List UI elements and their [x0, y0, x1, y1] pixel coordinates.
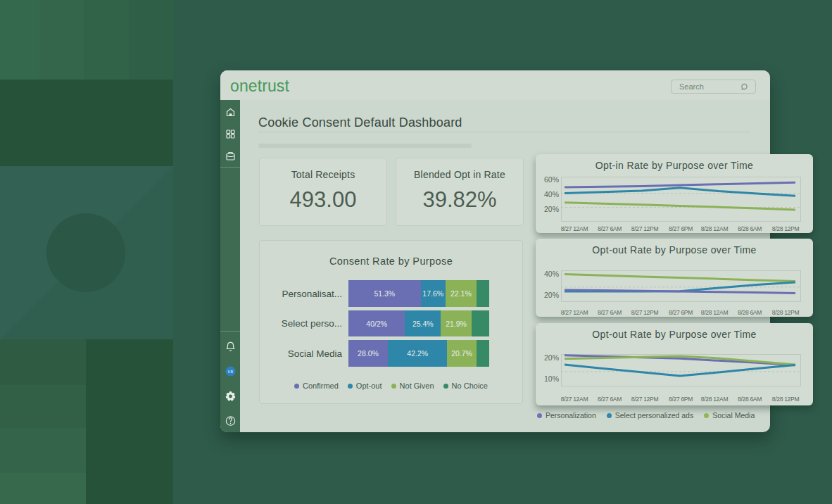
svg-text:KB: KB [228, 370, 234, 374]
svg-text:8/27 12AM: 8/27 12AM [561, 225, 588, 232]
svg-text:8/28 6AM: 8/28 6AM [738, 309, 762, 316]
svg-text:20%: 20% [544, 205, 559, 213]
svg-text:20%: 20% [544, 353, 559, 362]
svg-text:8/28 12AM: 8/28 12AM [701, 225, 729, 232]
svg-text:20%: 20% [544, 291, 559, 299]
svg-text:8/27 12AM: 8/27 12AM [561, 396, 588, 403]
svg-text:8/28 12AM: 8/28 12AM [701, 309, 729, 316]
svg-text:40%: 40% [544, 270, 559, 278]
svg-text:8/27 6PM: 8/27 6PM [669, 396, 693, 403]
svg-text:8/27 6PM: 8/27 6PM [669, 309, 693, 316]
svg-text:8/28 12PM: 8/28 12PM [772, 225, 800, 232]
svg-text:8/28 6AM: 8/28 6AM [738, 225, 762, 232]
svg-text:8/27 6PM: 8/27 6PM [669, 225, 693, 232]
svg-text:8/28 12AM: 8/28 12AM [701, 396, 729, 403]
svg-text:8/27 12PM: 8/27 12PM [631, 396, 659, 403]
svg-text:10%: 10% [544, 374, 559, 383]
svg-text:8/27 12PM: 8/27 12PM [631, 225, 659, 232]
svg-text:8/27 6AM: 8/27 6AM [598, 396, 622, 403]
svg-text:8/27 6AM: 8/27 6AM [598, 225, 622, 232]
svg-text:8/28 12PM: 8/28 12PM [772, 309, 800, 316]
svg-text:8/27 6AM: 8/27 6AM [598, 309, 622, 316]
svg-text:60%: 60% [544, 175, 559, 184]
svg-text:8/27 12AM: 8/27 12AM [561, 309, 588, 316]
svg-text:40%: 40% [544, 190, 559, 199]
svg-text:8/28 12PM: 8/28 12PM [772, 396, 800, 403]
svg-text:8/28 6AM: 8/28 6AM [738, 396, 762, 403]
svg-text:8/27 12PM: 8/27 12PM [631, 309, 659, 316]
